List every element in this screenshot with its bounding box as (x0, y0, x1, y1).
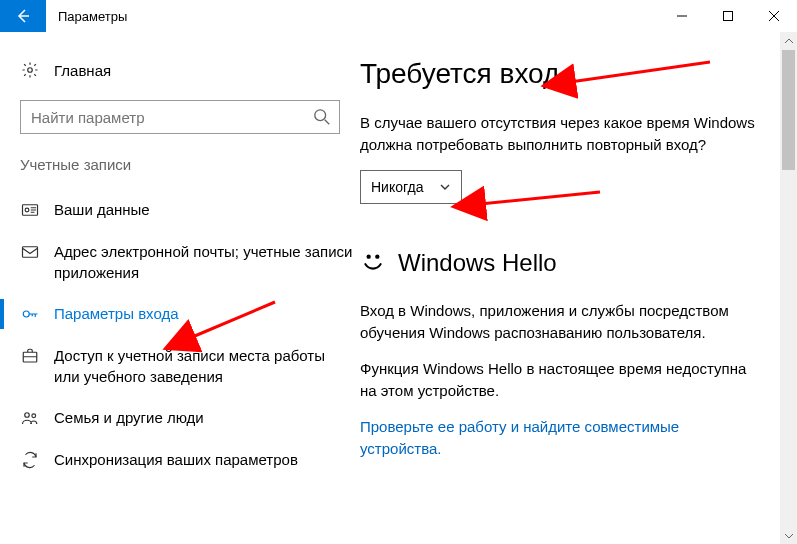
gear-icon (20, 61, 40, 79)
titlebar: Параметры (0, 0, 797, 32)
minimize-icon (677, 11, 687, 21)
svg-rect-5 (23, 247, 38, 258)
close-button[interactable] (751, 0, 797, 32)
scrollbar-thumb[interactable] (782, 50, 795, 170)
mail-icon (20, 241, 40, 261)
home-nav[interactable]: Главная (20, 50, 360, 90)
hello-body-2: Функция Windows Hello в настоящее время … (360, 358, 760, 402)
people-icon (20, 407, 40, 427)
search-input[interactable] (21, 101, 339, 133)
sidebar-item-email-accounts[interactable]: Адрес электронной почты; учетные записи … (20, 231, 360, 293)
sidebar-item-label: Ваши данные (54, 199, 150, 220)
sidebar-item-label: Семья и другие люди (54, 407, 204, 428)
sidebar-item-signin-options[interactable]: Параметры входа (20, 293, 360, 335)
svg-point-4 (25, 208, 29, 212)
back-button[interactable] (0, 0, 46, 32)
badge-icon (20, 199, 40, 219)
svg-rect-0 (724, 12, 733, 21)
require-signin-body: В случае вашего отсутствия через какое в… (360, 112, 760, 156)
svg-point-8 (25, 413, 30, 418)
close-icon (769, 11, 779, 21)
dropdown-value: Никогда (371, 179, 423, 195)
svg-point-1 (28, 68, 33, 73)
sidebar-item-work-access[interactable]: Доступ к учетной записи места работы или… (20, 335, 360, 397)
sidebar-item-label: Параметры входа (54, 303, 179, 324)
sync-icon (20, 449, 40, 469)
sidebar-item-label: Доступ к учетной записи места работы или… (54, 345, 354, 387)
hello-section-heading: Windows Hello (360, 248, 787, 278)
maximize-icon (723, 11, 733, 21)
sidebar-item-label: Синхронизация ваших параметров (54, 449, 298, 470)
sidebar-item-your-info[interactable]: Ваши данные (20, 189, 360, 231)
category-label: Учетные записи (20, 156, 360, 173)
chevron-down-icon (439, 181, 451, 193)
svg-point-10 (367, 255, 371, 259)
scroll-up-button[interactable] (780, 32, 797, 49)
svg-point-9 (32, 414, 36, 418)
sidebar: Главная Учетные записи Ваши данные Адрес… (0, 32, 360, 544)
smiley-icon (360, 248, 386, 278)
window-title: Параметры (58, 9, 659, 24)
svg-point-11 (375, 255, 379, 259)
minimize-button[interactable] (659, 0, 705, 32)
briefcase-icon (20, 345, 40, 365)
vertical-scrollbar[interactable] (780, 32, 797, 544)
hello-body-1: Вход в Windows, приложения и службы поср… (360, 300, 760, 344)
hello-compat-link[interactable]: Проверьте ее работу и найдите совместимы… (360, 416, 760, 460)
back-arrow-icon (15, 8, 31, 24)
chevron-down-icon (784, 531, 794, 541)
chevron-up-icon (784, 36, 794, 46)
sidebar-item-sync[interactable]: Синхронизация ваших параметров (20, 439, 360, 481)
svg-point-6 (23, 311, 29, 317)
require-signin-heading: Требуется вход (360, 58, 787, 90)
maximize-button[interactable] (705, 0, 751, 32)
sidebar-item-family[interactable]: Семья и другие люди (20, 397, 360, 439)
key-icon (20, 303, 40, 323)
hello-heading: Windows Hello (398, 249, 557, 277)
home-label: Главная (54, 62, 111, 79)
sidebar-item-label: Адрес электронной почты; учетные записи … (54, 241, 354, 283)
require-signin-dropdown[interactable]: Никогда (360, 170, 462, 204)
content-pane: Требуется вход В случае вашего отсутстви… (360, 32, 797, 544)
scroll-down-button[interactable] (780, 527, 797, 544)
search-input-wrap[interactable] (20, 100, 340, 134)
